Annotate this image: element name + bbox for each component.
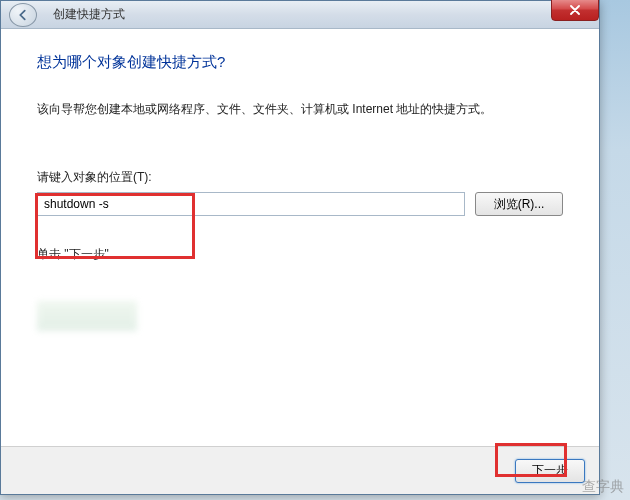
close-icon — [569, 5, 581, 15]
wizard-window: 创建快捷方式 想为哪个对象创建快捷方式? 该向导帮您创建本地或网络程序、文件、文… — [0, 0, 600, 495]
titlebar: 创建快捷方式 — [1, 1, 599, 29]
window-title: 创建快捷方式 — [53, 6, 125, 23]
hint-text: 单击 "下一步" — [37, 246, 563, 263]
blurred-region — [37, 301, 137, 331]
location-input[interactable] — [37, 192, 465, 216]
input-row: 浏览(R)... — [37, 192, 563, 216]
next-button[interactable]: 下一步 — [515, 459, 585, 483]
arrow-left-icon — [16, 8, 30, 22]
description-text: 该向导帮您创建本地或网络程序、文件、文件夹、计算机或 Internet 地址的快… — [37, 100, 563, 119]
content-area: 想为哪个对象创建快捷方式? 该向导帮您创建本地或网络程序、文件、文件夹、计算机或… — [1, 29, 599, 446]
back-button[interactable] — [9, 3, 37, 27]
close-button[interactable] — [551, 0, 599, 21]
page-heading: 想为哪个对象创建快捷方式? — [37, 53, 563, 72]
button-bar: 下一步 — [1, 446, 599, 494]
location-label: 请键入对象的位置(T): — [37, 169, 563, 186]
browse-button[interactable]: 浏览(R)... — [475, 192, 563, 216]
